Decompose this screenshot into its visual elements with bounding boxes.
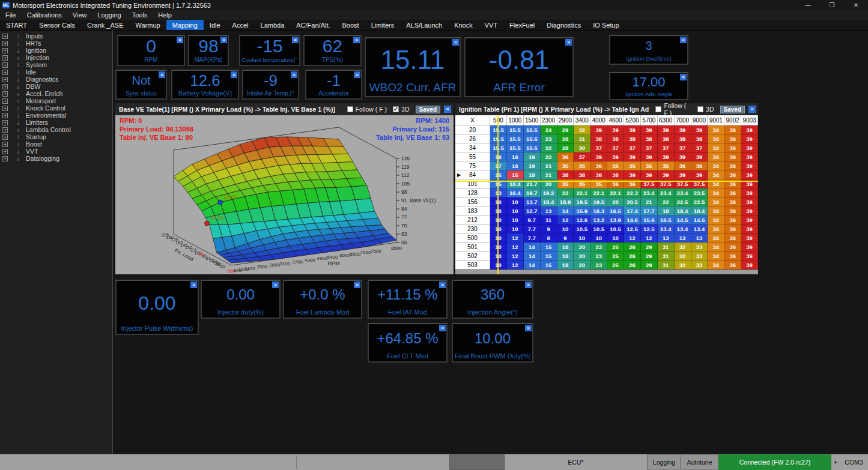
table-cell[interactable]: 39 bbox=[607, 125, 624, 134]
col-header-1500[interactable]: 1500 bbox=[524, 115, 541, 125]
close-icon[interactable]: × bbox=[177, 37, 183, 43]
tab-flexfuel[interactable]: FlexFuel bbox=[503, 20, 541, 30]
table-cell[interactable]: 38 bbox=[607, 170, 624, 179]
table-cell[interactable]: 32 bbox=[675, 243, 691, 252]
table-cell[interactable]: 34 bbox=[708, 224, 724, 233]
sidebar-item-environmental[interactable]: +⤓Environmental bbox=[2, 112, 112, 119]
table-cell[interactable]: 16.5 bbox=[607, 206, 624, 215]
row-header-84[interactable]: 84▶ bbox=[455, 170, 490, 179]
sidebar-item-knock-control[interactable]: +⤓Knock Control bbox=[2, 104, 112, 112]
table-cell[interactable]: 32 bbox=[574, 125, 590, 134]
table-cell[interactable]: 14.6 bbox=[624, 215, 641, 224]
sidebar-item-inputs[interactable]: +⤓Inputs bbox=[2, 32, 112, 40]
table-cell[interactable]: 14 bbox=[524, 243, 541, 252]
table-cell[interactable]: 10 bbox=[507, 215, 524, 224]
table-cell[interactable]: 39 bbox=[624, 170, 641, 179]
table-cell[interactable]: 38 bbox=[557, 170, 574, 179]
table-cell[interactable]: 10 bbox=[507, 206, 524, 215]
table-cell[interactable]: 17.7 bbox=[641, 206, 658, 215]
expand-icon[interactable]: + bbox=[2, 41, 8, 46]
table-cell[interactable]: 22 bbox=[541, 143, 557, 152]
expand-icon[interactable]: + bbox=[2, 70, 8, 75]
table-cell[interactable]: 34 bbox=[708, 243, 724, 252]
sidebar-item-diagnostics[interactable]: +⤓Diagnostics bbox=[2, 76, 112, 83]
close-icon[interactable]: × bbox=[354, 282, 360, 288]
table-cell[interactable]: 10.5 bbox=[607, 224, 624, 233]
close-icon[interactable]: × bbox=[748, 106, 756, 113]
expand-icon[interactable]: + bbox=[2, 127, 8, 133]
close-icon[interactable]: × bbox=[565, 39, 572, 46]
menu-item-file[interactable]: File bbox=[0, 10, 22, 20]
table-cell[interactable]: 22 bbox=[541, 152, 557, 161]
autotune-button[interactable]: Autotune bbox=[681, 454, 718, 470]
table-cell[interactable]: 23.4 bbox=[641, 188, 658, 197]
table-cell[interactable]: 18.9 bbox=[557, 197, 574, 206]
col-header-9001[interactable]: 9001 bbox=[708, 115, 724, 125]
table-cell[interactable]: 29 bbox=[557, 125, 574, 134]
table-cell[interactable]: 38 bbox=[658, 134, 675, 143]
table-cell[interactable]: 36 bbox=[724, 152, 741, 161]
table-cell[interactable]: 12 bbox=[507, 233, 524, 243]
table-cell[interactable]: 31 bbox=[658, 252, 675, 261]
table-cell[interactable]: 15.9 bbox=[574, 206, 590, 215]
table-cell[interactable]: 25 bbox=[607, 243, 624, 252]
close-icon[interactable]: × bbox=[353, 37, 360, 43]
sidebar-item-accel-enrich[interactable]: +⤓Accel. Enrich bbox=[2, 90, 112, 97]
close-icon[interactable]: × bbox=[354, 71, 360, 78]
table-cell[interactable]: 31 bbox=[658, 261, 675, 270]
table-cell[interactable]: 29 bbox=[641, 243, 658, 252]
table-cell[interactable]: 15.5 bbox=[507, 125, 524, 134]
tab-sensor-cals[interactable]: Sensor Cals bbox=[33, 20, 81, 30]
table-cell[interactable]: 37 bbox=[641, 143, 658, 152]
table-cell[interactable]: 30 bbox=[574, 143, 590, 152]
table-cell[interactable]: 39 bbox=[658, 125, 675, 134]
table-cell[interactable]: 23 bbox=[590, 252, 607, 261]
table-cell[interactable]: 34 bbox=[708, 261, 724, 270]
row-header-230[interactable]: 230 bbox=[455, 224, 490, 233]
expand-icon[interactable]: + bbox=[2, 113, 8, 118]
expand-icon[interactable]: + bbox=[2, 134, 8, 140]
table-cell[interactable]: 19 bbox=[524, 152, 541, 161]
table-cell[interactable]: 36 bbox=[724, 206, 741, 215]
table-cell[interactable]: 8 bbox=[541, 233, 557, 243]
close-icon[interactable]: × bbox=[452, 39, 459, 46]
table-cell[interactable]: 36 bbox=[557, 152, 574, 161]
close-icon[interactable]: × bbox=[439, 325, 446, 331]
row-header-156[interactable]: 156 bbox=[455, 197, 490, 206]
table-cell[interactable]: 34 bbox=[708, 188, 724, 197]
table-cell[interactable]: 39 bbox=[741, 252, 758, 261]
col-header-4000[interactable]: 4000 bbox=[590, 115, 607, 125]
follow-checkbox[interactable] bbox=[655, 106, 661, 112]
table-cell[interactable]: 22.5 bbox=[691, 197, 708, 206]
table-cell[interactable]: 29 bbox=[641, 261, 658, 270]
table-cell[interactable]: 36 bbox=[724, 243, 741, 252]
table-cell[interactable]: 12 bbox=[507, 261, 524, 270]
row-header-75[interactable]: 75 bbox=[455, 161, 490, 170]
row-header-503[interactable]: 503 bbox=[455, 261, 490, 270]
table-cell[interactable]: 37 bbox=[691, 143, 708, 152]
table-cell[interactable]: 36 bbox=[724, 188, 741, 197]
row-header-20[interactable]: 20 bbox=[455, 125, 490, 134]
row-header-55[interactable]: 55 bbox=[455, 152, 490, 161]
col-header-9003[interactable]: 9003 bbox=[741, 115, 758, 125]
table-cell[interactable]: 14.5 bbox=[675, 215, 691, 224]
table-cell[interactable]: 23 bbox=[541, 134, 557, 143]
table-cell[interactable]: 16.4 bbox=[507, 188, 524, 197]
expand-icon[interactable]: + bbox=[2, 91, 8, 97]
table-cell[interactable]: 37 bbox=[574, 152, 590, 161]
table-cell[interactable]: 13 bbox=[541, 206, 557, 215]
col-header-2900[interactable]: 2900 bbox=[557, 115, 574, 125]
table-cell[interactable]: 23.5 bbox=[691, 188, 708, 197]
table-cell[interactable]: 24 bbox=[541, 125, 557, 134]
row-header-26[interactable]: 26 bbox=[455, 134, 490, 143]
table-cell[interactable]: 19 bbox=[524, 161, 541, 170]
table-cell[interactable]: 39 bbox=[658, 170, 675, 179]
table-cell[interactable]: 23.4 bbox=[675, 188, 691, 197]
table-cell[interactable]: 36 bbox=[724, 125, 741, 134]
row-header-502[interactable]: 502 bbox=[455, 252, 490, 261]
table-cell[interactable]: 39 bbox=[691, 170, 708, 179]
table-cell[interactable]: 16 bbox=[507, 152, 524, 161]
ve-3d-plot[interactable]: 566370778491Base VE(1)981051121191265008… bbox=[115, 115, 454, 274]
close-icon[interactable]: × bbox=[272, 282, 279, 288]
expand-icon[interactable]: + bbox=[2, 34, 8, 39]
